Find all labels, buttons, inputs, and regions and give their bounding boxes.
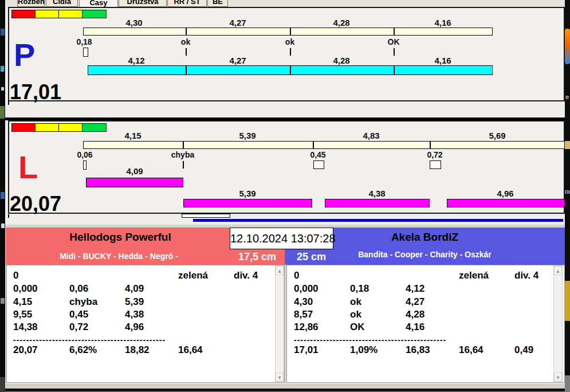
light-red bbox=[11, 123, 36, 132]
changeover-tick bbox=[290, 48, 291, 56]
taskbar-icon-fragment bbox=[1, 224, 5, 228]
screen: e ou Rozbeh Cidla Časy Družstva RR / ST … bbox=[0, 0, 570, 392]
lane-l-panel: L 4,15 5,39 4,83 5,69 0,06 chyba 0,45 0,… bbox=[8, 120, 565, 214]
left-edge-tick bbox=[8, 101, 9, 105]
taskbar-icon-fragment bbox=[1, 298, 5, 304]
left-results-list[interactable]: 0 zelená div. 4 0,000 0,06 4,09 4,15 chy… bbox=[6, 265, 285, 383]
changeover-tick bbox=[183, 161, 184, 168]
taskbar-icon-fragment bbox=[0, 106, 5, 119]
tab-rr-st[interactable]: RR / ST bbox=[167, 0, 207, 7]
run-time-label: 4,38 bbox=[368, 189, 385, 198]
background-fragment bbox=[565, 281, 570, 321]
result-cell: ok bbox=[350, 309, 361, 320]
changeover-status: 0,72 bbox=[427, 150, 442, 159]
bar-divider bbox=[394, 28, 395, 35]
result-cell: 0,000 bbox=[13, 283, 38, 295]
right-team-jump-height: 25 cm bbox=[285, 251, 338, 263]
total-cell: 16,64 bbox=[178, 344, 203, 356]
bar-divider bbox=[290, 28, 291, 35]
background-text-fragment: e bbox=[565, 93, 569, 100]
lane-p-run-bar bbox=[88, 65, 493, 75]
light-yellow-2 bbox=[58, 10, 82, 18]
tab-druzstva[interactable]: Družstva bbox=[119, 0, 167, 7]
left-table-scrollbar[interactable]: ▲ ▼ bbox=[275, 265, 284, 382]
result-cell: 4,96 bbox=[125, 322, 144, 333]
result-cell: chyba bbox=[69, 296, 97, 308]
lane-l-run-bar-4 bbox=[447, 199, 565, 207]
taskbar-icon-fragment bbox=[1, 87, 4, 91]
bar-divider bbox=[183, 142, 184, 148]
changeover-status: ok bbox=[285, 37, 294, 46]
bottom-scroll-strip[interactable] bbox=[6, 383, 565, 389]
result-cell: 4,15 bbox=[13, 296, 32, 308]
scroll-down-icon[interactable]: ▼ bbox=[554, 373, 562, 382]
background-text-fragment: ou bbox=[565, 188, 570, 195]
light-yellow-1 bbox=[35, 10, 59, 18]
lane-l-letter: L bbox=[18, 151, 38, 183]
taskbar-icon-fragment bbox=[1, 192, 5, 199]
result-cell: 4,12 bbox=[406, 283, 424, 295]
result-cell: zelená bbox=[178, 270, 208, 281]
datetime-box: 12.10.2024 13:07:28 bbox=[230, 228, 333, 249]
run-time-label: 4,27 bbox=[229, 56, 246, 65]
changeover-status: chyba bbox=[171, 150, 194, 159]
scroll-up-icon[interactable]: ▲ bbox=[276, 266, 284, 275]
taskbar-icon-fragment bbox=[1, 29, 5, 36]
result-cell: 4,16 bbox=[406, 322, 424, 333]
changeover-status: OK bbox=[388, 37, 400, 46]
run-time-label: 5,39 bbox=[239, 189, 255, 198]
result-cell: 0,45 bbox=[69, 309, 88, 320]
tab-cidla[interactable]: Cidla bbox=[46, 0, 78, 7]
result-cell: 0,000 bbox=[294, 283, 319, 295]
bar-divider bbox=[394, 66, 395, 75]
total-cell: 0,49 bbox=[514, 344, 533, 356]
changeover-status: ok bbox=[181, 37, 190, 46]
result-cell: 12,86 bbox=[294, 322, 319, 333]
background-fragment bbox=[565, 141, 570, 149]
browser-logo-icon bbox=[565, 29, 570, 64]
changeover-tick bbox=[186, 48, 187, 56]
tab-rozbeh[interactable]: Rozbeh bbox=[17, 0, 45, 7]
left-team-name: Hellodogs Powerful bbox=[6, 231, 235, 244]
total-cell: 16,83 bbox=[406, 344, 430, 356]
light-green bbox=[82, 10, 107, 18]
light-yellow-2 bbox=[58, 123, 82, 132]
bar-divider bbox=[290, 66, 291, 75]
split-time-label: 4,27 bbox=[229, 18, 246, 28]
changeover-status: 0,06 bbox=[77, 150, 92, 159]
changeover-fault-box bbox=[430, 160, 441, 169]
lane-p-sensor-bar bbox=[83, 28, 493, 36]
scroll-down-icon[interactable]: ▼ bbox=[276, 373, 284, 382]
progress-blue-bar bbox=[193, 219, 563, 222]
total-cell: 18,82 bbox=[125, 344, 150, 356]
result-cell: 9,55 bbox=[13, 309, 32, 320]
result-cell: 4,09 bbox=[125, 283, 144, 295]
total-cell: 1,09% bbox=[350, 344, 378, 356]
split-time-label: 5,69 bbox=[489, 131, 505, 140]
result-cell: OK bbox=[350, 322, 365, 333]
right-table-scrollbar[interactable]: ▲ ▼ bbox=[553, 265, 563, 382]
light-red bbox=[11, 10, 36, 18]
run-time-label: 4,28 bbox=[333, 56, 349, 65]
scroll-up-icon[interactable]: ▲ bbox=[554, 266, 562, 275]
changeover-tick bbox=[394, 48, 395, 56]
lane-l-run-bar-3 bbox=[325, 199, 430, 207]
lane-l-run-bar-2 bbox=[183, 199, 312, 207]
left-team-jump-height: 17,5 cm bbox=[230, 251, 285, 263]
changeover-status: 0,45 bbox=[310, 150, 325, 159]
split-time-label: 5,39 bbox=[239, 131, 255, 140]
bar-divider bbox=[430, 142, 431, 148]
right-results-list[interactable]: 0 zelená div. 4 0,000 0,18 4,12 4,30 ok … bbox=[286, 265, 565, 383]
progress-outline-box bbox=[182, 214, 230, 218]
lane-l-total-time: 20,07 bbox=[10, 194, 61, 214]
changeover-status: 0,18 bbox=[76, 37, 92, 46]
result-cell: 4,30 bbox=[294, 296, 313, 308]
tab-casy[interactable]: Časy bbox=[79, 0, 118, 7]
total-cell: 20,07 bbox=[13, 344, 38, 356]
run-time-label: 4,16 bbox=[434, 56, 451, 65]
result-cell: 0,06 bbox=[69, 283, 88, 295]
result-cell: 4,28 bbox=[406, 309, 424, 320]
lane-p-total-time: 17,01 bbox=[10, 82, 61, 103]
tab-be[interactable]: BE bbox=[207, 0, 228, 7]
result-cell: 8,57 bbox=[294, 309, 313, 320]
